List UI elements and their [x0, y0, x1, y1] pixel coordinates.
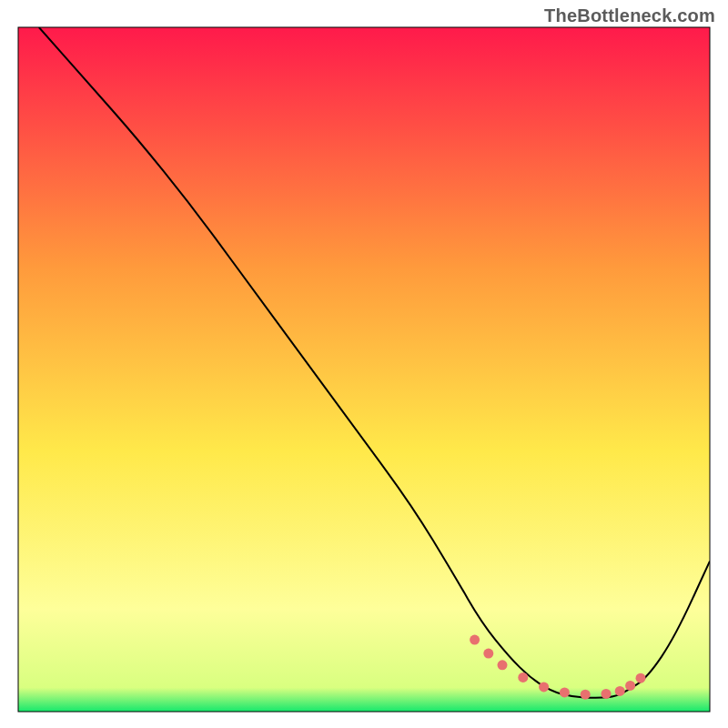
optimal-marker: [625, 681, 635, 691]
optimal-marker: [581, 690, 591, 700]
optimal-marker: [636, 673, 646, 683]
optimal-marker: [498, 660, 508, 670]
optimal-marker: [539, 682, 549, 692]
optimal-marker: [602, 689, 612, 699]
gradient-background: [18, 27, 710, 712]
optimal-marker: [470, 635, 480, 645]
optimal-marker: [518, 672, 528, 682]
optimal-marker: [615, 686, 625, 696]
bottleneck-chart: [0, 0, 728, 728]
optimal-marker: [483, 649, 493, 659]
optimal-marker: [560, 687, 570, 697]
watermark-text: TheBottleneck.com: [544, 5, 715, 26]
chart-stage: TheBottleneck.com: [0, 0, 728, 728]
